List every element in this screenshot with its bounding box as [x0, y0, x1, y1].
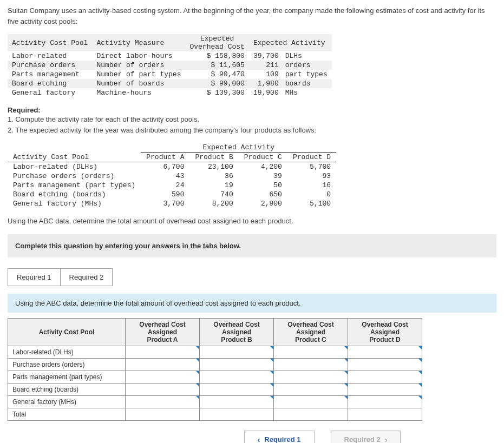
t1-r2-pool: Parts management — [8, 70, 92, 79]
t2-r3-c: 650 — [239, 190, 287, 199]
t2-r3-d: 0 — [287, 190, 336, 199]
t3-r2-b[interactable] — [200, 371, 274, 383]
t1-r1-unit: orders — [283, 61, 332, 70]
t1-r2-measure: Number of part types — [92, 70, 185, 79]
t3-r5-a[interactable] — [126, 408, 200, 420]
t1-r3-measure: Number of boards — [92, 79, 185, 88]
t3-h-a: Overhead CostAssignedProduct A — [126, 318, 200, 346]
panel-instruction: Using the ABC data, determine the total … — [8, 294, 496, 313]
t3-r0-a[interactable] — [126, 346, 200, 358]
nav-next-label: Required 2 — [344, 435, 381, 443]
t3-r5-d[interactable] — [348, 408, 422, 420]
t3-r5-b[interactable] — [200, 408, 274, 420]
t1-r2-unit: part types — [283, 70, 332, 79]
t3-r5-c[interactable] — [274, 408, 348, 420]
t3-r0-c[interactable] — [274, 346, 348, 358]
t1-r3-pool: Board etching — [8, 79, 92, 88]
t3-r1-a[interactable] — [126, 358, 200, 371]
t1-h-cost: ExpectedOverhead Cost — [185, 34, 248, 51]
chevron-left-icon: ‹ — [258, 435, 260, 444]
chevron-right-icon: › — [385, 435, 388, 444]
t1-r4-cost: $ 139,300 — [185, 88, 248, 97]
t3-r2-lbl: Parts management (part types) — [8, 371, 126, 383]
t2-h-d: Product D — [287, 153, 336, 162]
t1-r3-qty: 1,980 — [249, 79, 283, 88]
nav-next-button[interactable]: Required 2 › — [331, 431, 401, 444]
t1-h-pool: Activity Cost Pool — [8, 34, 92, 51]
t2-h-a: Product A — [141, 153, 189, 162]
t2-r2-b: 19 — [189, 181, 238, 190]
t3-r2-d[interactable] — [348, 371, 422, 383]
t3-r1-c[interactable] — [274, 358, 348, 371]
t3-r4-c[interactable] — [274, 395, 348, 408]
tab-required-2[interactable]: Required 2 — [61, 268, 113, 286]
t2-r4-d: 5,100 — [287, 199, 336, 208]
t3-r3-lbl: Board etching (boards) — [8, 383, 126, 395]
t3-r1-b[interactable] — [200, 358, 274, 371]
t3-h-b: Overhead CostAssignedProduct B — [200, 318, 274, 346]
t1-r1-qty: 211 — [249, 61, 283, 70]
cost-pool-table: Activity Cost Pool Activity Measure Expe… — [8, 34, 332, 97]
t2-h-c: Product C — [239, 153, 287, 162]
t2-r1-d: 93 — [287, 171, 336, 181]
t1-r4-measure: Machine-hours — [92, 88, 185, 97]
t1-r4-qty: 19,900 — [249, 88, 283, 97]
t1-r0-measure: Direct labor-hours — [92, 51, 185, 61]
t1-r2-cost: $ 90,470 — [185, 70, 248, 79]
abc-instruction: Using the ABC data, determine the total … — [8, 216, 496, 227]
t2-r4-pool: General factory (MHs) — [8, 199, 141, 208]
intro-text: Sultan Company uses an activity-based co… — [8, 5, 496, 27]
t2-r1-b: 36 — [189, 171, 238, 181]
t3-r4-b[interactable] — [200, 395, 274, 408]
t1-r0-pool: Labor-related — [8, 51, 92, 61]
t2-r3-a: 590 — [141, 190, 189, 199]
t2-r4-c: 2,900 — [239, 199, 287, 208]
t2-r0-b: 23,100 — [189, 162, 238, 172]
t1-r4-unit: MHs — [283, 88, 332, 97]
t2-r0-pool: Labor-related (DLHs) — [8, 162, 141, 172]
t3-r4-lbl: General factory (MHs) — [8, 395, 126, 408]
t2-r0-a: 6,700 — [141, 162, 189, 172]
expected-activity-table: Activity Cost Pool Expected Activity Pro… — [8, 143, 336, 208]
t2-r1-c: 39 — [239, 171, 287, 181]
t3-r3-d[interactable] — [348, 383, 422, 395]
t3-r2-c[interactable] — [274, 371, 348, 383]
t3-r2-a[interactable] — [126, 371, 200, 383]
t1-r3-unit: boards — [283, 79, 332, 88]
t3-h-c: Overhead CostAssignedProduct C — [274, 318, 348, 346]
t1-r3-cost: $ 99,000 — [185, 79, 248, 88]
t1-r1-measure: Number of orders — [92, 61, 185, 70]
t3-h-pool: Activity Cost Pool — [8, 318, 126, 346]
t3-r3-c[interactable] — [274, 383, 348, 395]
t1-r0-qty: 39,700 — [249, 51, 283, 61]
t2-r0-d: 5,700 — [287, 162, 336, 172]
t1-h-activity: Expected Activity — [249, 34, 332, 51]
t2-r4-b: 8,200 — [189, 199, 238, 208]
t2-h-pool: Activity Cost Pool — [8, 143, 141, 162]
t3-r4-a[interactable] — [126, 395, 200, 408]
t2-r1-a: 43 — [141, 171, 189, 181]
required-heading: Required: — [8, 106, 496, 114]
t1-r1-pool: Purchase orders — [8, 61, 92, 70]
t2-r1-pool: Purchase orders (orders) — [8, 171, 141, 181]
t3-r0-d[interactable] — [348, 346, 422, 358]
t3-r0-b[interactable] — [200, 346, 274, 358]
t2-r2-c: 50 — [239, 181, 287, 190]
t1-r2-qty: 109 — [249, 70, 283, 79]
tab-required-1[interactable]: Required 1 — [8, 268, 61, 286]
t1-r4-pool: General factory — [8, 88, 92, 97]
required-2: 2. The expected activity for the year wa… — [8, 125, 496, 136]
nav-prev-button[interactable]: ‹ Required 1 — [244, 431, 315, 444]
nav-prev-label: Required 1 — [264, 435, 300, 443]
t3-r3-a[interactable] — [126, 383, 200, 395]
answer-table: Activity Cost Pool Overhead CostAssigned… — [8, 318, 422, 421]
t3-r4-d[interactable] — [348, 395, 422, 408]
t1-h-measure: Activity Measure — [92, 34, 185, 51]
t3-r1-d[interactable] — [348, 358, 422, 371]
t2-r4-a: 3,700 — [141, 199, 189, 208]
complete-banner: Complete this question by entering your … — [8, 234, 496, 257]
t3-r3-b[interactable] — [200, 383, 274, 395]
t3-r0-lbl: Labor-related (DLHs) — [8, 346, 126, 358]
t2-r2-pool: Parts management (part types) — [8, 181, 141, 190]
t1-r1-cost: $ 11,605 — [185, 61, 248, 70]
